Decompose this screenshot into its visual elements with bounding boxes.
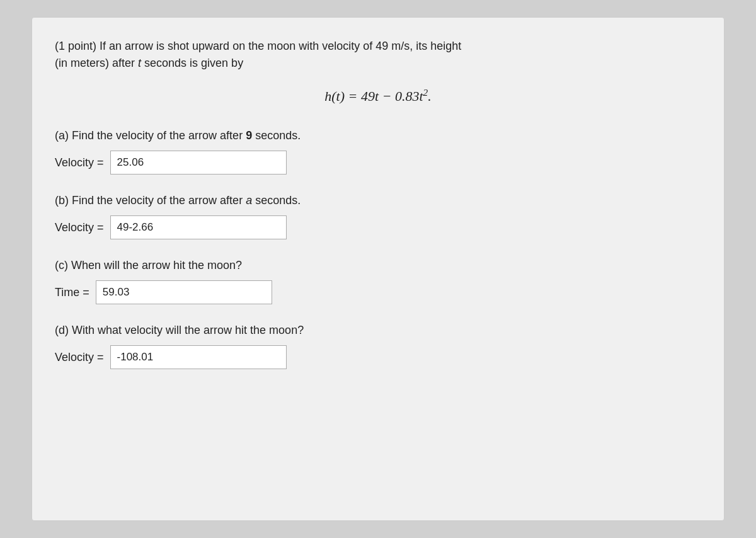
intro-section: (1 point) If an arrow is shot upward on … bbox=[55, 38, 701, 105]
part-a-answer-row: Velocity = bbox=[55, 151, 701, 175]
part-b-field-label: Velocity = bbox=[55, 221, 104, 234]
part-c-answer-row: Time = bbox=[55, 280, 701, 304]
intro-line1: (1 point) If an arrow is shot upward on … bbox=[55, 40, 461, 52]
part-d-label: (d) With what velocity will the arrow hi… bbox=[55, 322, 701, 339]
part-c-field-label: Time = bbox=[55, 286, 89, 299]
part-b-section: (b) Find the velocity of the arrow after… bbox=[55, 192, 701, 239]
question-container: (1 point) If an arrow is shot upward on … bbox=[32, 17, 724, 521]
intro-text: (1 point) If an arrow is shot upward on … bbox=[55, 38, 701, 72]
intro-line2: (in meters) after t seconds is given by bbox=[55, 57, 243, 69]
part-a-label: (a) Find the velocity of the arrow after… bbox=[55, 127, 701, 144]
formula-block: h(t) = 49t − 0.83t2. bbox=[55, 87, 701, 105]
part-d-field-label: Velocity = bbox=[55, 351, 104, 364]
part-d-input[interactable] bbox=[110, 345, 287, 369]
formula-math: h(t) = 49t − 0.83t2. bbox=[324, 88, 431, 104]
part-a-field-label: Velocity = bbox=[55, 156, 104, 169]
part-d-answer-row: Velocity = bbox=[55, 345, 701, 369]
part-b-answer-row: Velocity = bbox=[55, 215, 701, 239]
part-c-section: (c) When will the arrow hit the moon? Ti… bbox=[55, 257, 701, 304]
part-c-label: (c) When will the arrow hit the moon? bbox=[55, 257, 701, 274]
part-a-input[interactable] bbox=[110, 151, 287, 175]
part-c-input[interactable] bbox=[96, 280, 272, 304]
part-a-section: (a) Find the velocity of the arrow after… bbox=[55, 127, 701, 175]
part-d-section: (d) With what velocity will the arrow hi… bbox=[55, 322, 701, 369]
part-b-label: (b) Find the velocity of the arrow after… bbox=[55, 192, 701, 209]
part-b-input[interactable] bbox=[110, 215, 287, 239]
